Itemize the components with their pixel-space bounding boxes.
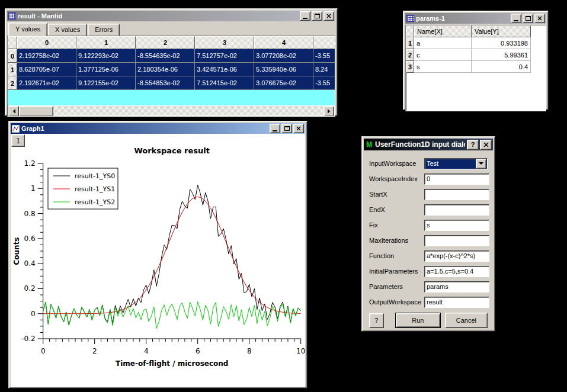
field-label-initialparameters: InitialParameters [369,268,424,275]
field-label-maxiterations: MaxIterations [369,237,424,244]
arrow-right-icon [328,109,332,114]
table-cell[interactable]: -8.554635e-02 [136,49,195,63]
column-header[interactable]: 1 [76,36,136,49]
table-cell[interactable]: 2.180354e-06 [136,63,195,76]
dropdown-button[interactable] [476,159,486,169]
series-result-1_YS1 [43,197,301,313]
graph-titlebar[interactable]: Graph1 [11,123,305,134]
close-button[interactable] [534,14,545,23]
minimize-button[interactable] [511,14,521,23]
table-cell[interactable]: 8.628705e-07 [17,63,76,76]
tab-x-values[interactable]: X values [48,24,87,36]
cancel-button[interactable]: Cancel [445,313,488,328]
table-cell[interactable]: -8.554853e-02 [136,76,195,90]
y-axis-label: Counts [12,237,21,265]
layer-button[interactable]: 1 [11,134,25,147]
corner-header-cell[interactable] [8,36,17,49]
field-label-fix: Fix [369,221,424,229]
maximize-button[interactable] [281,124,292,133]
column-header[interactable]: 2 [136,36,195,49]
param-value-cell[interactable]: 5.99361 [472,49,531,61]
close-button[interactable] [480,140,492,150]
row-header[interactable]: 2 [406,49,414,61]
table-cell[interactable]: 2.192758e-02 [17,49,76,63]
outputworkspace-field[interactable] [424,297,489,308]
help-titlebar-button[interactable]: ? [467,140,479,150]
inputworkspace-selected-value: Test [425,160,476,167]
row-header[interactable]: 1 [406,37,414,49]
param-name-cell[interactable]: a [414,37,472,49]
table-cell[interactable]: 3.077208e-02 [254,49,313,63]
column-header[interactable]: 4 [254,36,313,49]
table-cell[interactable]: 3.424571e-06 [195,63,254,76]
field-label-inputworkspace: InputWorkspace [369,160,424,167]
param-value-cell[interactable]: 0.4 [472,61,531,73]
column-header[interactable]: 0 [17,36,76,49]
chart-svg[interactable]: 0246810-0.200.20.40.60.811.2Workspace re… [11,134,305,387]
table-cell[interactable]: -3.55 [313,49,335,63]
endx-field[interactable] [424,204,489,216]
param-name-cell[interactable]: c [414,49,472,61]
inputworkspace-select[interactable]: Test [424,158,488,169]
desktop: result - Mantid Y values X values Errors… [0,0,567,392]
tab-y-values[interactable]: Y values [8,23,47,36]
maxiterations-field[interactable] [424,235,489,246]
field-label-function: Function [369,252,424,259]
row-header[interactable]: 1 [8,63,17,76]
scroll-right-button[interactable] [323,106,334,117]
scrollbar-thumb[interactable] [19,106,53,117]
maximize-button[interactable] [312,11,322,21]
corner-header-cell[interactable] [406,25,414,37]
result-table-header-row: 0 1 2 3 4 5 [8,36,335,49]
horizontal-scrollbar[interactable] [8,106,334,115]
help-button[interactable]: ? [369,313,384,328]
initialparameters-field[interactable] [424,266,489,277]
window-result-mantid: result - Mantid Y values X values Errors… [5,8,338,116]
column-header-value[interactable]: Value[Y] [472,25,531,37]
minimize-button[interactable] [300,11,310,21]
run-button[interactable]: Run [395,313,441,328]
parameters-field[interactable] [424,281,489,293]
dialog-titlebar[interactable]: M UserFunction1D input dialog ? [364,139,493,150]
maximize-icon [315,14,320,18]
row-header[interactable]: 2 [8,76,17,90]
table-cell[interactable]: -3.55 [313,76,335,90]
startx-field[interactable] [424,189,489,200]
result-titlebar[interactable]: result - Mantid [7,11,335,21]
minimize-button[interactable] [270,124,280,133]
workspaceindex-field[interactable] [424,173,489,185]
maximize-button[interactable] [523,14,533,23]
svg-text:0.4: 0.4 [24,259,36,268]
column-header-name[interactable]: Name[X] [414,25,472,37]
svg-text:0.8: 0.8 [24,210,36,218]
svg-text:1: 1 [31,184,36,192]
fix-field[interactable] [424,220,489,231]
param-value-cell[interactable]: 0.933198 [472,37,531,49]
table-cell[interactable]: 1.377125e-06 [76,63,136,76]
table-cell[interactable]: 8.24 [313,63,335,76]
table-cell[interactable]: 7.512757e-02 [195,49,254,63]
table-cell[interactable]: 5.335940e-06 [254,63,313,76]
table-cell[interactable]: 3.076675e-02 [254,76,313,90]
table-cell[interactable]: 7.512415e-02 [195,76,254,90]
field-label-endx: EndX [369,206,424,213]
legend-entry: result-1_YS2 [75,198,115,206]
table-cell[interactable]: 2.192671e-02 [17,76,76,90]
params-titlebar[interactable]: params-1 [405,13,546,24]
selection-strip[interactable] [8,90,335,105]
maximize-icon [284,126,290,131]
row-header[interactable]: 0 [8,49,17,63]
table-cell[interactable]: 9.122293e-02 [76,49,136,63]
scroll-left-button[interactable] [8,106,19,117]
close-button[interactable] [293,124,304,133]
column-header[interactable]: 5 [313,36,335,49]
close-button[interactable] [323,11,334,21]
table-cell[interactable]: 9.122155e-02 [76,76,136,90]
tab-errors[interactable]: Errors [88,24,120,36]
column-header[interactable]: 3 [195,36,254,49]
field-label-parameters: Parameters [369,283,424,290]
row-header[interactable]: 3 [406,61,414,73]
minimize-icon [303,18,307,19]
param-name-cell[interactable]: s [414,61,472,73]
function-field[interactable] [424,250,489,262]
